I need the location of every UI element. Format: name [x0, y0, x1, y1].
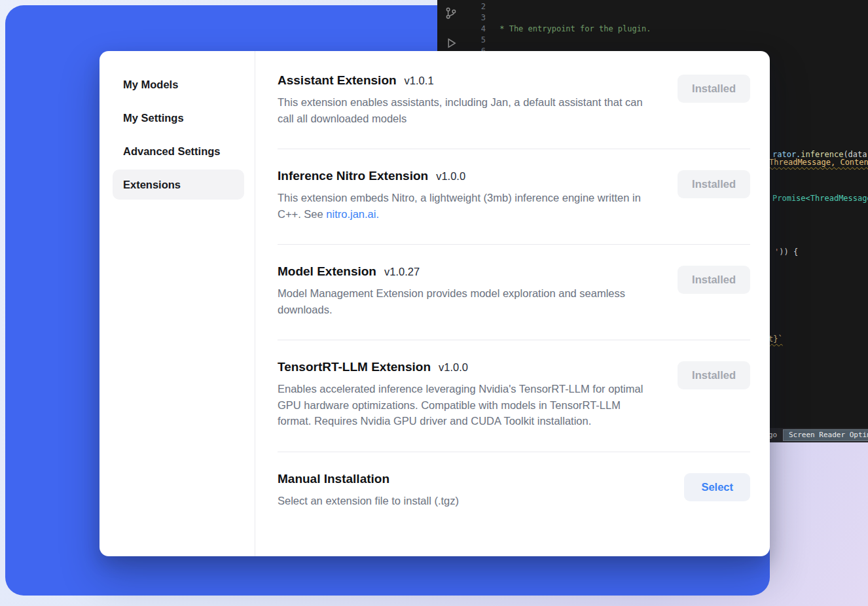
extension-row-model: Model Extension v1.0.27 Model Management… [278, 244, 750, 340]
screen-reader-optimized-chip[interactable]: Screen Reader Optimized [783, 429, 868, 441]
extension-description: Enables accelerated inference leveraging… [278, 381, 654, 429]
code-fragment-promise: Promise<ThreadMessage> [772, 194, 868, 203]
installed-button-nitro[interactable]: Installed [678, 170, 750, 198]
settings-sidebar: My Models My Settings Advanced Settings … [99, 51, 255, 556]
extension-info: Assistant Extension v1.0.1 This extensio… [278, 73, 678, 126]
extension-row-assistant: Assistant Extension v1.0.1 This extensio… [278, 56, 750, 149]
settings-modal: My Models My Settings Advanced Settings … [99, 51, 770, 556]
extension-description: Model Management Extension provides mode… [278, 285, 654, 317]
code-fragment-inference: rator.inference(data)); [772, 150, 868, 159]
code-line-comment: * The entrypoint for the plugin. [495, 24, 868, 35]
select-file-button[interactable]: Select [684, 473, 750, 501]
extension-version: v1.0.0 [436, 170, 465, 183]
installed-button-assistant[interactable]: Installed [678, 75, 750, 103]
extension-name: TensortRT-LLM Extension [278, 360, 431, 374]
manual-installation-info: Manual Installation Select an extension … [278, 472, 684, 509]
installed-button-model[interactable]: Installed [678, 266, 750, 294]
editor-line-numbers: 2 3 4 5 6 [437, 1, 486, 57]
line-number: 4 [437, 24, 486, 35]
sidebar-item-my-settings[interactable]: My Settings [113, 103, 244, 133]
extension-info: Model Extension v1.0.27 Model Management… [278, 264, 678, 317]
extension-name: Assistant Extension [278, 73, 397, 88]
extension-info: Inference Nitro Extension v1.0.0 This ex… [278, 169, 678, 222]
nitro-jan-ai-link[interactable]: nitro.jan.ai. [326, 208, 379, 220]
sidebar-item-extensions[interactable]: Extensions [113, 169, 244, 200]
code-fragment-template: t}` [769, 334, 783, 344]
extension-row-nitro: Inference Nitro Extension v1.0.0 This ex… [278, 149, 750, 244]
line-number: 2 [437, 1, 486, 12]
extension-row-tensorrt: TensortRT-LLM Extension v1.0.0 Enables a… [278, 340, 750, 452]
extension-info: TensortRT-LLM Extension v1.0.0 Enables a… [278, 360, 678, 429]
sidebar-item-advanced-settings[interactable]: Advanced Settings [113, 136, 244, 166]
extension-name: Inference Nitro Extension [278, 169, 428, 183]
extension-version: v1.0.0 [439, 361, 468, 374]
extension-version: v1.0.27 [384, 266, 420, 278]
extensions-list: Assistant Extension v1.0.1 This extensio… [255, 51, 770, 556]
extension-name: Model Extension [278, 264, 376, 279]
line-number: 5 [437, 35, 486, 46]
code-fragment-paren: ')) { [774, 247, 798, 257]
manual-installation-title: Manual Installation [278, 472, 389, 486]
line-number: 3 [437, 12, 486, 24]
manual-installation-description: Select an extension file to install (.tg… [278, 493, 660, 509]
extension-version: v1.0.1 [405, 75, 434, 87]
extension-description: This extension embeds Nitro, a lightweig… [278, 190, 654, 222]
manual-installation-row: Manual Installation Select an extension … [278, 452, 750, 531]
installed-button-tensorrt[interactable]: Installed [678, 361, 750, 389]
sidebar-item-my-models[interactable]: My Models [113, 69, 244, 99]
extension-description: This extension enables assistants, inclu… [278, 94, 654, 126]
